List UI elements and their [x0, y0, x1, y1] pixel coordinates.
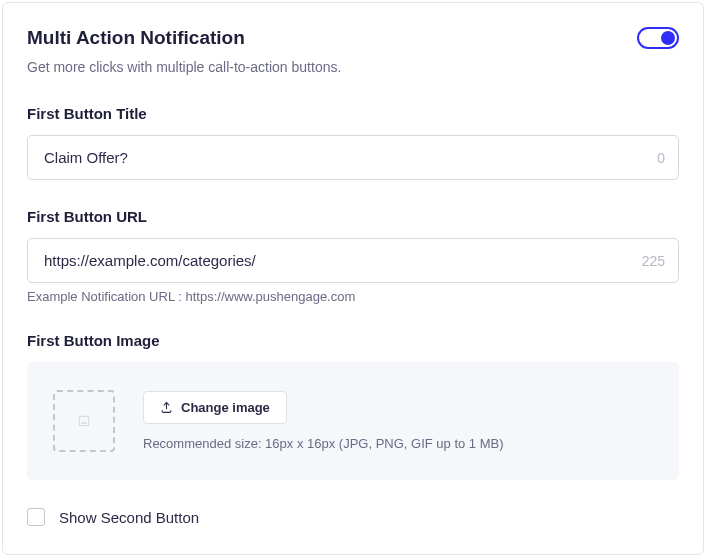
first-button-image-label: First Button Image: [27, 332, 679, 349]
first-button-url-input[interactable]: [27, 238, 679, 283]
first-button-url-wrap: 225: [27, 238, 679, 283]
first-button-url-label: First Button URL: [27, 208, 679, 225]
upload-icon: [160, 401, 173, 414]
panel-subtitle: Get more clicks with multiple call-to-ac…: [27, 59, 679, 75]
change-image-button[interactable]: Change image: [143, 391, 287, 424]
first-button-title-counter: 0: [657, 150, 665, 166]
first-button-url-counter: 225: [642, 253, 665, 269]
change-image-label: Change image: [181, 400, 270, 415]
first-button-title-label: First Button Title: [27, 105, 679, 122]
multi-action-panel: Multi Action Notification Get more click…: [2, 2, 704, 555]
first-button-title-section: First Button Title 0: [27, 105, 679, 180]
first-button-title-input[interactable]: [27, 135, 679, 180]
image-icon: [77, 414, 91, 428]
show-second-label: Show Second Button: [59, 509, 199, 526]
enable-toggle[interactable]: [637, 27, 679, 49]
image-recommend-text: Recommended size: 16px x 16px (JPG, PNG,…: [143, 436, 504, 451]
toggle-knob: [661, 31, 675, 45]
first-button-title-wrap: 0: [27, 135, 679, 180]
show-second-row: Show Second Button: [27, 508, 679, 526]
show-second-checkbox[interactable]: [27, 508, 45, 526]
image-placeholder[interactable]: [53, 390, 115, 452]
panel-title: Multi Action Notification: [27, 27, 245, 49]
header-row: Multi Action Notification: [27, 27, 679, 49]
first-button-url-section: First Button URL 225 Example Notificatio…: [27, 208, 679, 304]
url-hint: Example Notification URL : https://www.p…: [27, 289, 679, 304]
upload-right: Change image Recommended size: 16px x 16…: [143, 391, 504, 451]
image-upload-box: Change image Recommended size: 16px x 16…: [27, 362, 679, 480]
